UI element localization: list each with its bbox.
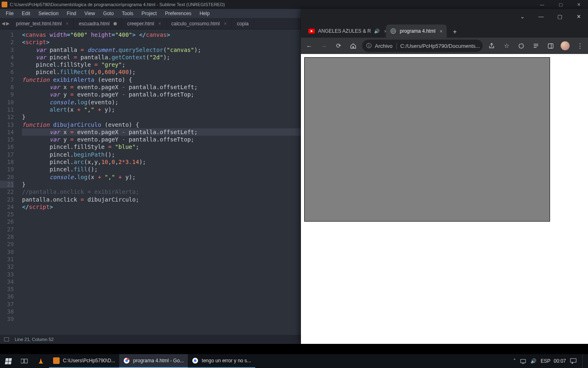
chrome-icon (123, 357, 130, 364)
address-scheme: Archivo (375, 43, 397, 49)
editor-tab-label: primer_text.html.html (16, 21, 62, 27)
taskbar-left: C:\Users\PcHp5790\D... programa 4.html -… (0, 354, 255, 368)
tab-close-icon[interactable]: × (439, 28, 443, 34)
browser-tab[interactable]: programa 4.html × (386, 25, 447, 38)
chrome-top: ⌄ — ▢ ✕ ANGELES AZULES & R 🔊 × (301, 9, 588, 54)
chrome-maximize-button[interactable]: ▢ (550, 9, 569, 24)
svg-rect-5 (24, 359, 27, 363)
sidepanel-button[interactable] (545, 40, 556, 52)
show-desktop-button[interactable] (582, 354, 585, 368)
chrome-tabsearch-button[interactable]: ⌄ (513, 9, 532, 24)
tray-clock[interactable]: 00:07 (554, 358, 566, 364)
line-number-gutter[interactable]: 1234567891011121314151617181920212223242… (0, 29, 18, 335)
svg-rect-11 (521, 359, 526, 363)
browser-tab[interactable]: ANGELES AZULES & R 🔊 × (304, 25, 386, 38)
globe-icon (390, 28, 396, 34)
svg-rect-13 (570, 359, 576, 362)
menu-view[interactable]: View (81, 10, 98, 17)
menu-file[interactable]: File (2, 10, 17, 17)
new-tab-button[interactable]: + (449, 26, 461, 38)
menu-preferences[interactable]: Preferences (162, 10, 195, 17)
extensions-button[interactable] (515, 40, 527, 52)
sublime-icon (53, 357, 60, 364)
editor-tab-label: creeper.html (127, 21, 154, 27)
browser-tab-label: programa 4.html (400, 28, 435, 34)
tab-close-icon[interactable]: × (224, 21, 227, 27)
tab-close-icon[interactable]: × (66, 21, 69, 27)
editor-tab[interactable]: escuadra.html (74, 18, 122, 29)
nav-reload-button[interactable]: ⟳ (333, 40, 344, 52)
taskbar-task-label: programa 4.html - Go... (133, 358, 184, 364)
menu-find[interactable]: Find (63, 10, 79, 17)
nav-forward-button[interactable]: → (318, 40, 330, 52)
youtube-icon (308, 28, 315, 34)
svg-rect-4 (21, 359, 24, 363)
menu-help[interactable]: Help (196, 10, 213, 17)
editor-tab-label: calculo_consumo.html (172, 21, 220, 27)
menu-tools[interactable]: Tools (119, 10, 137, 17)
task-view-button[interactable] (16, 354, 33, 368)
editor-tab[interactable]: calculo_consumo.html× (167, 18, 232, 29)
sublime-titlebar[interactable]: C:\Users\PcHp5790\Documents\logica de pr… (0, 0, 588, 9)
start-button[interactable] (0, 354, 16, 368)
taskbar-task[interactable]: C:\Users\PcHp5790\D... (49, 354, 119, 368)
taskbar-task-label: tengo un error y no s... (202, 358, 251, 364)
page-canvas[interactable] (304, 57, 550, 222)
chrome-frame-buttons: ⌄ — ▢ ✕ (301, 9, 588, 24)
tray-volume-icon[interactable]: 🔊 (530, 358, 537, 364)
browser-tab-label: ANGELES AZULES & R (318, 28, 371, 34)
svg-rect-6 (39, 363, 43, 364)
bookmark-button[interactable]: ☆ (501, 40, 512, 52)
menu-goto[interactable]: Goto (100, 10, 117, 17)
taskbar-task-label: C:\Users\PcHp5790\D... (63, 358, 115, 364)
tray-network-icon[interactable] (520, 358, 526, 364)
tab-dirty-icon (114, 22, 117, 25)
tray-language[interactable]: ESP (541, 358, 550, 364)
editor-tab[interactable]: primer_text.html.html× (11, 18, 74, 29)
tab-close-icon[interactable]: × (158, 21, 161, 27)
chrome-tab-strip: ANGELES AZULES & R 🔊 × programa 4.html ×… (301, 24, 588, 38)
chevron-down-icon: ⌄ (520, 13, 525, 20)
sublime-minimize-button[interactable]: — (533, 0, 551, 9)
svg-rect-2 (548, 44, 553, 48)
reading-list-button[interactable] (530, 40, 541, 52)
taskbar-task[interactable]: programa 4.html - Go... (119, 354, 188, 368)
nav-home-button[interactable] (347, 40, 359, 52)
menu-project[interactable]: Project (138, 10, 160, 17)
editor-tab-label: copia (237, 21, 249, 27)
profile-button[interactable] (559, 40, 571, 52)
chrome-close-button[interactable]: ✕ (569, 9, 588, 24)
avatar-icon (561, 41, 570, 50)
statusbar-position[interactable]: Line 21, Column 52 (15, 337, 53, 342)
statusbar-panel-icon[interactable] (4, 337, 9, 341)
chrome-menu-button[interactable]: ⋮ (574, 40, 586, 52)
tab-nav-arrows[interactable]: ◀ ▶ (0, 18, 11, 29)
address-bar[interactable]: ⓘ Archivo C:/Users/PcHp5790/Documents... (362, 40, 483, 52)
share-button[interactable] (486, 40, 497, 52)
sublime-close-button[interactable]: ✕ (570, 0, 588, 9)
sublime-icon (2, 2, 7, 7)
windows-taskbar: C:\Users\PcHp5790\D... programa 4.html -… (0, 354, 588, 368)
nav-back-button[interactable]: ← (303, 40, 315, 52)
svg-point-10 (194, 359, 196, 362)
audio-playing-icon[interactable]: 🔊 (374, 29, 380, 34)
menu-edit[interactable]: Edit (18, 10, 33, 17)
taskbar-right: ˄ 🔊 ESP 00:07 (510, 354, 588, 368)
tray-chevron-icon[interactable]: ˄ (513, 358, 516, 364)
sublime-maximize-button[interactable]: ▢ (551, 0, 570, 9)
editor-tab[interactable]: creeper.html× (122, 18, 166, 29)
address-text: C:/Users/PcHp5790/Documents... (400, 43, 480, 49)
editor-tab[interactable]: copia (232, 18, 254, 29)
site-info-icon[interactable]: ⓘ (366, 42, 372, 49)
chrome-minimize-button[interactable]: — (532, 9, 550, 24)
sublime-title: C:\Users\PcHp5790\Documents\logica de pr… (10, 2, 533, 7)
editor-tab-label: escuadra.html (79, 21, 109, 27)
chrome-window: ⌄ — ▢ ✕ ANGELES AZULES & R 🔊 × (301, 9, 588, 344)
chrome-toolbar: ← → ⟳ ⓘ Archivo C:/Users/PcHp5790/Docume… (301, 38, 588, 54)
taskbar-task[interactable]: tengo un error y no s... (188, 354, 255, 368)
taskbar-vlc-icon[interactable] (33, 354, 49, 368)
action-center-icon[interactable] (570, 358, 577, 364)
chrome-viewport[interactable] (301, 54, 588, 344)
desktop: C:\Users\PcHp5790\Documents\logica de pr… (0, 0, 588, 368)
menu-selection[interactable]: Selection (35, 10, 62, 17)
